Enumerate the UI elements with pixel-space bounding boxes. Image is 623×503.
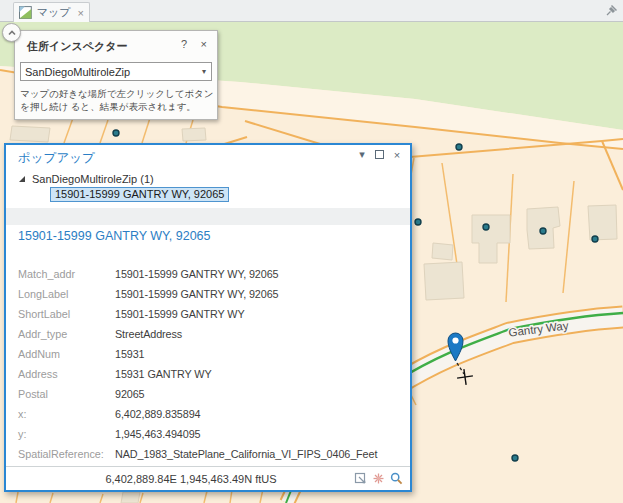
tab-close-icon[interactable]: × (78, 7, 84, 19)
field-value: 15901-15999 GANTRY WY (115, 308, 245, 320)
map-tab-icon (19, 6, 32, 19)
popup-menu-icon[interactable]: ▾ (355, 148, 369, 161)
tab-map[interactable]: マップ × (13, 2, 90, 22)
popup-divider-band (6, 208, 410, 225)
address-inspector-title: 住所インスペクター (27, 39, 128, 54)
inspector-hint-text: マップの好きな場所で左クリックしてボタンを押し続け ると、結果が表示されます。 (20, 87, 216, 113)
tree-selected-item[interactable]: 15901-15999 GANTRY WY, 92065 (50, 187, 229, 202)
table-row: SpatialReference: NAD_1983_StatePlane_Ca… (18, 444, 410, 464)
attribute-table: Match_addr 15901-15999 GANTRY WY, 92065 … (18, 264, 410, 464)
field-label: AddNum (18, 348, 115, 360)
field-value: NAD_1983_StatePlane_California_VI_FIPS_0… (115, 448, 377, 460)
popup-result-heading: 15901-15999 GANTRY WY, 92065 (18, 229, 211, 243)
table-row: Postal 92065 (18, 384, 410, 404)
field-label: Postal (18, 388, 115, 400)
field-label: SpatialReference: (18, 448, 115, 460)
help-icon[interactable]: ? (181, 38, 187, 50)
tree-expander-icon[interactable] (18, 175, 26, 183)
field-value: 92065 (115, 388, 145, 400)
table-row: Match_addr 15901-15999 GANTRY WY, 92065 (18, 264, 410, 284)
field-label: Addr_type (18, 328, 115, 340)
collapse-panel-button[interactable] (2, 23, 21, 42)
coordinates-readout: 6,402,889.84E 1,945,463.49N ftUS (66, 473, 316, 485)
close-icon[interactable]: × (201, 38, 207, 50)
popup-status-bar: 6,402,889.84E 1,945,463.49N ftUS (6, 466, 410, 490)
table-row: AddNum 15931 (18, 344, 410, 364)
table-row: ShortLabel 15901-15999 GANTRY WY (18, 304, 410, 324)
popup-maximize-icon[interactable] (375, 150, 384, 159)
field-label: Address (18, 368, 115, 380)
field-value: 1,945,463.494095 (115, 428, 200, 440)
hint-line-2: ると、結果が表示されます。 (71, 101, 196, 112)
field-value: 15931 (115, 348, 145, 360)
locator-dropdown[interactable]: SanDiegoMultiroleZip ▾ (20, 62, 212, 81)
table-row: Addr_type StreetAddress (18, 324, 410, 344)
tab-map-label: マップ (37, 5, 71, 20)
pushpin-icon[interactable] (605, 4, 618, 17)
locator-dropdown-value: SanDiegoMultiroleZip (21, 66, 197, 78)
field-value: 15931 GANTRY WY (115, 368, 212, 380)
field-value: 6,402,889.835894 (115, 408, 200, 420)
field-value: 15901-15999 GANTRY WY, 92065 (115, 288, 278, 300)
table-row: x: 6,402,889.835894 (18, 404, 410, 424)
flash-location-icon[interactable] (372, 472, 385, 485)
field-value: StreetAddress (115, 328, 182, 340)
chevron-down-icon: ▾ (197, 67, 211, 76)
view-tab-bar: マップ × (0, 0, 623, 22)
popup-close-icon[interactable]: × (390, 149, 404, 161)
field-value: 15901-15999 GANTRY WY, 92065 (115, 268, 278, 280)
popup-title: ポップアップ (18, 150, 95, 167)
tree-group-label: SanDiegoMultiroleZip (1) (32, 173, 154, 185)
field-label: ShortLabel (18, 308, 115, 320)
table-row: LongLabel 15901-15999 GANTRY WY, 92065 (18, 284, 410, 304)
field-label: y: (18, 428, 115, 440)
table-row: Address 15931 GANTRY WY (18, 364, 410, 384)
popup-tree-group[interactable]: SanDiegoMultiroleZip (1) (18, 173, 154, 185)
popup-window: ポップアップ ▾ × SanDiegoMultiroleZip (1) 1590… (4, 143, 412, 492)
field-label: LongLabel (18, 288, 115, 300)
zoom-to-icon[interactable] (390, 472, 403, 485)
arcgis-pro-window: Gantry Way (0, 0, 623, 503)
field-label: Match_addr (18, 268, 115, 280)
address-inspector-panel: 住所インスペクター ? × SanDiegoMultiroleZip ▾ マップ… (14, 30, 218, 120)
chevron-up-icon (6, 27, 18, 39)
field-label: x: (18, 408, 115, 420)
select-extent-icon[interactable] (354, 472, 367, 485)
table-row: y: 1,945,463.494095 (18, 424, 410, 444)
